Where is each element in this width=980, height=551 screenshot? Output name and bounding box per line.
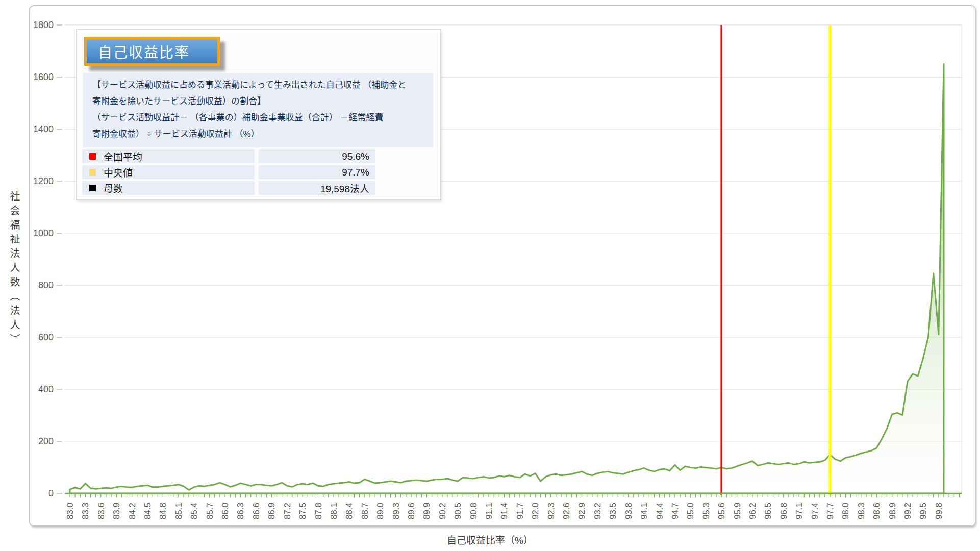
svg-text:86.9: 86.9 bbox=[267, 503, 277, 519]
yellow-square-icon bbox=[89, 169, 96, 176]
metric-title: 自己収益比率 bbox=[98, 41, 190, 62]
svg-text:90.5: 90.5 bbox=[453, 503, 463, 519]
svg-text:1000: 1000 bbox=[33, 228, 54, 238]
black-square-icon bbox=[89, 185, 96, 191]
stat-value: 19,598法人 bbox=[259, 181, 375, 195]
stats-table: 全国平均 95.6% 中央値 97.7% 母数 19,598法人 bbox=[82, 149, 375, 195]
svg-text:97.7: 97.7 bbox=[825, 503, 835, 519]
svg-text:88.1: 88.1 bbox=[329, 503, 339, 519]
red-square-icon bbox=[89, 153, 96, 160]
svg-text:99.2: 99.2 bbox=[903, 503, 913, 519]
svg-text:93.5: 93.5 bbox=[608, 503, 618, 519]
svg-text:89.0: 89.0 bbox=[375, 503, 385, 519]
svg-text:85.1: 85.1 bbox=[174, 503, 184, 519]
x-axis-title: 自己収益比率（%） bbox=[447, 533, 533, 546]
svg-text:92.9: 92.9 bbox=[577, 503, 587, 519]
svg-text:91.4: 91.4 bbox=[499, 503, 509, 519]
stat-value: 97.7% bbox=[259, 165, 375, 179]
svg-text:96.5: 96.5 bbox=[763, 503, 773, 519]
stat-label: 全国平均 bbox=[104, 149, 142, 163]
svg-text:93.2: 93.2 bbox=[593, 503, 602, 519]
svg-text:94.4: 94.4 bbox=[655, 503, 665, 519]
svg-text:87.2: 87.2 bbox=[283, 503, 292, 519]
description-line: 寄附金収益） ÷ サービス活動収益計 （%） bbox=[92, 126, 424, 142]
svg-text:0: 0 bbox=[48, 488, 54, 498]
svg-text:86.6: 86.6 bbox=[252, 503, 261, 519]
svg-text:92.0: 92.0 bbox=[531, 503, 540, 519]
svg-text:1600: 1600 bbox=[33, 72, 54, 82]
svg-text:87.8: 87.8 bbox=[314, 503, 323, 519]
svg-text:97.1: 97.1 bbox=[794, 503, 804, 519]
stat-label: 母数 bbox=[104, 181, 123, 195]
svg-text:89.6: 89.6 bbox=[407, 503, 416, 519]
svg-text:98.6: 98.6 bbox=[872, 503, 882, 519]
svg-text:85.4: 85.4 bbox=[189, 503, 199, 519]
stat-row-national-average: 全国平均 95.6% bbox=[82, 149, 375, 163]
svg-text:95.9: 95.9 bbox=[733, 503, 742, 519]
svg-text:89.9: 89.9 bbox=[422, 503, 432, 519]
svg-text:89.3: 89.3 bbox=[391, 503, 401, 519]
svg-text:83.9: 83.9 bbox=[112, 503, 121, 519]
svg-text:200: 200 bbox=[38, 436, 54, 446]
svg-text:86.3: 86.3 bbox=[236, 503, 245, 519]
svg-text:99.5: 99.5 bbox=[918, 503, 928, 519]
svg-text:91.7: 91.7 bbox=[515, 503, 525, 519]
svg-text:83.6: 83.6 bbox=[96, 503, 106, 519]
svg-text:95.0: 95.0 bbox=[686, 503, 695, 519]
chart-frame: 02004006008001000120014001600180083.083.… bbox=[29, 5, 976, 527]
svg-text:88.4: 88.4 bbox=[344, 503, 354, 519]
svg-text:1200: 1200 bbox=[33, 176, 54, 186]
description-line: （サービス活動収益計－ （各事業の）補助金事業収益（合計） －経常経費 bbox=[92, 110, 424, 126]
svg-text:91.1: 91.1 bbox=[484, 503, 494, 519]
svg-text:95.6: 95.6 bbox=[717, 503, 726, 519]
description-line: 【サービス活動収益に占める事業活動によって生み出された自己収益 （補助金と bbox=[92, 77, 424, 93]
stat-row-median: 中央値 97.7% bbox=[82, 165, 375, 179]
svg-text:92.6: 92.6 bbox=[562, 503, 571, 519]
svg-text:98.9: 98.9 bbox=[888, 503, 897, 519]
svg-text:400: 400 bbox=[38, 384, 54, 394]
metric-title-badge: 自己収益比率 bbox=[84, 37, 220, 66]
svg-text:92.3: 92.3 bbox=[546, 503, 556, 519]
svg-text:84.8: 84.8 bbox=[158, 503, 168, 519]
svg-text:88.7: 88.7 bbox=[360, 503, 370, 519]
svg-text:84.2: 84.2 bbox=[128, 503, 137, 519]
svg-text:86.0: 86.0 bbox=[220, 503, 230, 519]
svg-text:600: 600 bbox=[38, 332, 54, 342]
y-axis-title: 社会福祉法人数（法人） bbox=[7, 191, 22, 348]
metric-description: 【サービス活動収益に占める事業活動によって生み出された自己収益 （補助金と 寄附… bbox=[83, 73, 433, 147]
svg-text:90.8: 90.8 bbox=[469, 503, 479, 519]
svg-text:97.4: 97.4 bbox=[810, 503, 820, 519]
stat-label: 中央値 bbox=[104, 165, 133, 179]
svg-text:94.1: 94.1 bbox=[639, 503, 649, 519]
svg-text:83.0: 83.0 bbox=[65, 503, 75, 519]
svg-text:96.8: 96.8 bbox=[779, 503, 789, 519]
svg-text:1400: 1400 bbox=[33, 124, 54, 134]
description-line: 寄附金を除いたサービス活動収益）の割合】 bbox=[92, 93, 424, 110]
svg-text:87.5: 87.5 bbox=[298, 503, 308, 519]
stat-row-population: 母数 19,598法人 bbox=[82, 181, 375, 195]
svg-text:93.8: 93.8 bbox=[624, 503, 634, 519]
svg-text:95.3: 95.3 bbox=[701, 503, 711, 519]
svg-text:99.8: 99.8 bbox=[934, 503, 944, 519]
svg-text:85.7: 85.7 bbox=[205, 503, 215, 519]
metric-info-box: 自己収益比率 【サービス活動収益に占める事業活動によって生み出された自己収益 （… bbox=[76, 29, 441, 200]
stat-value: 95.6% bbox=[259, 149, 375, 163]
svg-text:90.2: 90.2 bbox=[438, 503, 447, 519]
svg-text:94.7: 94.7 bbox=[670, 503, 680, 519]
svg-text:83.3: 83.3 bbox=[81, 503, 90, 519]
svg-text:1800: 1800 bbox=[33, 20, 54, 30]
svg-text:800: 800 bbox=[38, 280, 54, 290]
svg-text:98.0: 98.0 bbox=[841, 503, 850, 519]
svg-text:98.3: 98.3 bbox=[857, 503, 866, 519]
svg-text:84.5: 84.5 bbox=[143, 503, 153, 519]
svg-text:96.2: 96.2 bbox=[748, 503, 758, 519]
